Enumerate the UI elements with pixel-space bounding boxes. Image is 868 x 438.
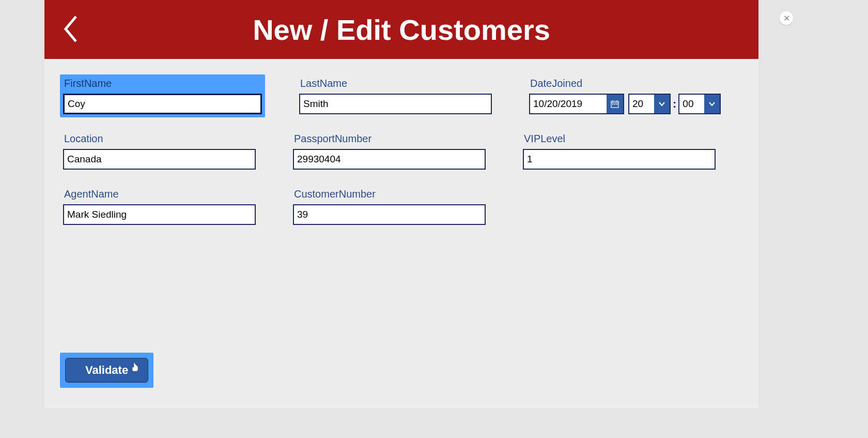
cursor-pointer-icon [131, 363, 138, 374]
location-label: Location [63, 133, 256, 145]
date-joined-label: DateJoined [529, 78, 722, 89]
date-input[interactable] [530, 95, 607, 113]
validate-highlight: Validate [60, 353, 153, 388]
field-date-joined: DateJoined [526, 74, 725, 117]
hour-dropdown-button[interactable] [654, 95, 670, 113]
form-row-2: Location PassportNumber VIPLevel [60, 130, 743, 173]
svg-rect-5 [614, 104, 615, 105]
passport-number-input[interactable] [293, 149, 486, 170]
calendar-button[interactable] [607, 95, 623, 113]
validate-button[interactable]: Validate [65, 358, 148, 383]
last-name-label: LastName [299, 78, 492, 89]
agent-name-input[interactable] [63, 204, 256, 225]
time-separator: : [673, 97, 676, 111]
first-name-label: FirstName [63, 78, 262, 89]
validate-button-label: Validate [85, 364, 128, 376]
field-agent-name: AgentName [60, 185, 259, 228]
date-input-wrap [529, 94, 624, 114]
date-time-row: : [529, 94, 722, 114]
footer: Validate [60, 353, 153, 388]
close-icon: ✕ [783, 13, 790, 23]
app-container: New / Edit Customers FirstName LastName … [44, 0, 758, 409]
minute-dropdown-button[interactable] [704, 95, 720, 113]
field-location: Location [60, 130, 259, 173]
field-last-name: LastName [296, 74, 495, 117]
customer-number-label: CustomerNumber [293, 188, 486, 200]
minute-value[interactable] [679, 95, 704, 113]
field-passport-number: PassportNumber [290, 130, 489, 173]
vip-level-label: VIPLevel [523, 133, 716, 145]
page-title: New / Edit Customers [44, 13, 758, 47]
vip-level-input[interactable] [523, 149, 716, 170]
hour-dropdown[interactable] [628, 94, 671, 114]
last-name-input[interactable] [299, 94, 492, 114]
field-vip-level: VIPLevel [520, 130, 719, 173]
close-button[interactable]: ✕ [780, 11, 793, 25]
form-row-1: FirstName LastName DateJoined [60, 74, 743, 117]
chevron-down-icon [658, 101, 665, 107]
calendar-icon [611, 100, 619, 108]
passport-number-label: PassportNumber [293, 133, 486, 145]
svg-rect-4 [612, 104, 613, 105]
location-input[interactable] [63, 149, 256, 170]
customer-number-input[interactable] [293, 204, 486, 225]
field-first-name: FirstName [60, 74, 265, 117]
field-customer-number: CustomerNumber [290, 185, 489, 228]
hour-value[interactable] [629, 95, 654, 113]
form-row-3: AgentName CustomerNumber [60, 185, 743, 228]
chevron-down-icon [708, 101, 716, 107]
form-area: FirstName LastName DateJoined [44, 59, 758, 251]
agent-name-label: AgentName [63, 188, 256, 200]
chevron-left-icon [63, 14, 79, 43]
first-name-input[interactable] [63, 94, 262, 114]
header-bar: New / Edit Customers [44, 0, 758, 59]
minute-dropdown[interactable] [678, 94, 721, 114]
svg-rect-6 [616, 104, 617, 105]
back-button[interactable] [61, 12, 81, 46]
